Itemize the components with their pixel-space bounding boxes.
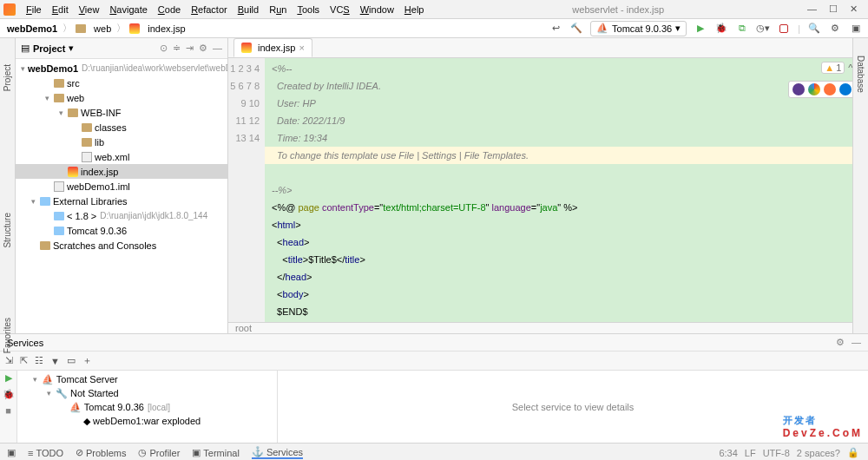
menu-window[interactable]: Window <box>355 4 399 15</box>
minimize-icon[interactable]: — <box>807 3 817 15</box>
debug-service-icon[interactable]: 🐞 <box>3 389 15 400</box>
scroll-from-source-icon[interactable]: ⊙ <box>160 43 168 54</box>
service-tree-row[interactable]: ◆ webDemo1:war exploded <box>17 414 277 428</box>
menu-file[interactable]: File <box>21 4 47 15</box>
editor-body[interactable]: 1 2 3 4 5 6 7 8 9 10 11 12 13 14 <%-- Cr… <box>228 58 868 322</box>
status-bar: 6:34 LF UTF-8 2 spaces? 🔒 <box>719 447 859 458</box>
lock-icon[interactable]: 🔒 <box>847 447 859 458</box>
collapse-all-icon[interactable]: ⇱ <box>20 355 28 366</box>
menu-navigate[interactable]: Navigate <box>104 4 152 15</box>
tree-row[interactable]: Scratches and Consoles <box>16 238 227 253</box>
tab-project[interactable]: Project <box>3 64 12 91</box>
stop-service-icon[interactable]: ■ <box>5 405 11 416</box>
run-config-dropdown[interactable]: ⛵ Tomcat 9.0.36 ▾ <box>590 21 687 36</box>
tab-problems[interactable]: ⊘ Problems <box>76 447 126 458</box>
chevron-down-icon: ▾ <box>675 23 681 34</box>
breadcrumb-web[interactable]: web <box>92 23 113 34</box>
tree-row[interactable]: web.xml <box>16 149 227 164</box>
tab-structure[interactable]: Structure <box>3 213 12 248</box>
code-area[interactable]: <%-- Created by IntelliJ IDEA. User: HP … <box>265 58 868 322</box>
services-rail: ▶ 🐞 ■ <box>0 371 17 443</box>
breadcrumb-sep: 〉 <box>116 22 126 35</box>
menu-vcs[interactable]: VCS <box>325 4 355 15</box>
add-icon[interactable]: ＋ <box>82 354 92 367</box>
breadcrumb-file[interactable]: index.jsp <box>146 23 187 34</box>
close-icon[interactable]: ✕ <box>850 3 858 15</box>
tree-row[interactable]: webDemo1.iml <box>16 179 227 194</box>
back-icon[interactable]: ↩ <box>549 22 562 36</box>
menu-build[interactable]: Build <box>233 4 264 15</box>
close-tab-icon[interactable]: × <box>299 43 304 53</box>
tab-profiler[interactable]: ◷ Profiler <box>138 447 180 458</box>
menu-help[interactable]: Help <box>399 4 430 15</box>
intellij-icon[interactable] <box>792 83 805 95</box>
gear-icon[interactable]: ⚙ <box>836 337 845 348</box>
tab-favorites[interactable]: Favorites <box>3 318 12 353</box>
gear-icon[interactable]: ⚙ <box>199 43 207 54</box>
chrome-icon[interactable] <box>808 83 820 95</box>
service-tree-row[interactable]: ▾ 🔧 Not Started <box>17 386 277 400</box>
collapse-icon[interactable]: ⇥ <box>186 43 194 54</box>
settings-icon[interactable]: ⚙ <box>828 22 842 36</box>
menu-code[interactable]: Code <box>153 4 186 15</box>
indent[interactable]: 2 spaces? <box>797 448 840 458</box>
tab-database[interactable]: Database <box>856 56 865 333</box>
chevron-down-icon[interactable]: ▾ <box>69 43 74 54</box>
caret-position[interactable]: 6:34 <box>719 448 737 458</box>
more-icon[interactable]: ▣ <box>849 22 863 36</box>
line-sep[interactable]: LF <box>745 448 756 458</box>
breadcrumb-root[interactable]: webDemo1 <box>5 23 59 34</box>
run-service-icon[interactable]: ▶ <box>5 372 12 384</box>
breadcrumb-sep: 〉 <box>62 22 72 35</box>
service-tree-row[interactable]: ⛵ Tomcat 9.0.36[local] <box>17 400 277 414</box>
editor-tab-index[interactable]: index.jsp × <box>233 38 312 57</box>
project-panel-title[interactable]: Project <box>33 43 65 54</box>
menu-run[interactable]: Run <box>264 4 292 15</box>
hide-icon[interactable]: — <box>852 337 861 348</box>
warning-icon: ▲ <box>825 62 834 73</box>
firefox-icon[interactable] <box>824 83 836 95</box>
tab-todo[interactable]: ≡ TODO <box>28 448 63 458</box>
tab-services[interactable]: ⚓ Services <box>252 446 303 459</box>
tree-row[interactable]: ▾ WEB-INF <box>16 105 227 120</box>
tree-row[interactable]: index.jsp <box>16 164 227 179</box>
menu-edit[interactable]: Edit <box>47 4 74 15</box>
filter-icon[interactable]: ▼ <box>50 356 60 366</box>
stop-icon[interactable] <box>777 22 791 36</box>
menu-tools[interactable]: Tools <box>292 4 325 15</box>
coverage-icon[interactable]: ⧉ <box>735 22 749 36</box>
tree-row[interactable]: < 1.8 >D:\ruanjian\jdk\jdk1.8.0_144 <box>16 208 227 223</box>
tree-row[interactable]: lib <box>16 135 227 149</box>
edge-icon[interactable] <box>839 83 852 95</box>
menu-refactor[interactable]: Refactor <box>186 4 233 15</box>
services-header: Services ⚙ — <box>0 334 868 352</box>
tree-row[interactable]: ▾ External Libraries <box>16 194 227 208</box>
expand-all-icon[interactable]: ⇲ <box>5 355 13 366</box>
debug-icon[interactable]: 🐞 <box>714 22 728 36</box>
maximize-icon[interactable]: ☐ <box>829 3 838 15</box>
hide-icon[interactable]: — <box>213 43 222 54</box>
tab-terminal[interactable]: ▣ Terminal <box>192 447 240 458</box>
tree-row[interactable]: src <box>16 76 227 90</box>
editor-tab-label: index.jsp <box>258 43 295 53</box>
hammer-icon[interactable]: 🔨 <box>569 22 583 36</box>
encoding[interactable]: UTF-8 <box>763 448 790 458</box>
messages-icon[interactable]: ▣ <box>7 447 16 458</box>
expand-icon[interactable]: ≑ <box>173 43 181 54</box>
group-icon[interactable]: ☷ <box>35 355 43 366</box>
jsp-icon <box>129 23 140 34</box>
tree-root[interactable]: ▾ webDemo1 D:\ruanjian\idea\work\webserv… <box>16 61 227 76</box>
layout-icon[interactable]: ▭ <box>67 355 76 366</box>
profiler-icon[interactable]: ◷▾ <box>756 22 770 36</box>
services-tree[interactable]: ▾ ⛵ Tomcat Server▾ 🔧 Not Started ⛵ Tomca… <box>17 371 278 443</box>
service-tree-row[interactable]: ▾ ⛵ Tomcat Server <box>17 372 277 386</box>
nav-bar: webDemo1 〉 web 〉 index.jsp ↩ 🔨 ⛵ Tomcat … <box>0 19 868 38</box>
tree-row[interactable]: classes <box>16 120 227 135</box>
run-icon[interactable]: ▶ <box>694 22 707 36</box>
project-tree[interactable]: ▾ webDemo1 D:\ruanjian\idea\work\webserv… <box>16 59 227 333</box>
editor-area: index.jsp × 1 2 3 4 5 6 7 8 9 10 11 12 1… <box>228 38 868 333</box>
tree-row[interactable]: Tomcat 9.0.36 <box>16 223 227 238</box>
search-icon[interactable]: 🔍 <box>807 22 821 36</box>
menu-view[interactable]: View <box>74 4 105 15</box>
tree-row[interactable]: ▾ web <box>16 90 227 105</box>
